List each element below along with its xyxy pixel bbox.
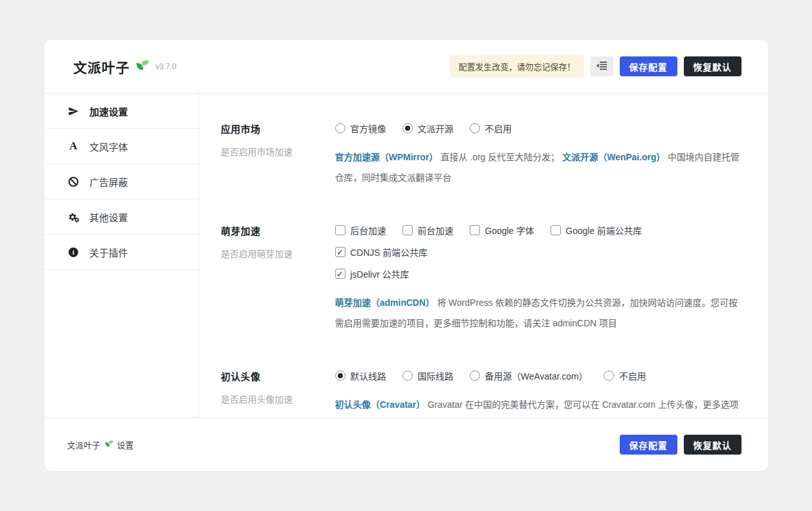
radio-icon-checked[interactable] bbox=[402, 123, 413, 133]
radio-label: 国际线路 bbox=[418, 369, 454, 382]
footer-actions: 保存配置 恢复默认 bbox=[620, 435, 742, 455]
checkbox-group-admincdn-row2: jsDelivr 公共库 bbox=[335, 267, 742, 280]
radio-icon[interactable] bbox=[402, 371, 413, 381]
radio-label: 官方镜像 bbox=[351, 122, 386, 135]
radio-option[interactable]: 不启用 bbox=[604, 369, 646, 382]
sidebar-item-label: 文风字体 bbox=[90, 140, 128, 153]
save-button[interactable]: 保存配置 bbox=[620, 56, 677, 76]
radio-label: 不启用 bbox=[619, 369, 646, 382]
radio-option[interactable]: 文派开源 bbox=[402, 122, 454, 135]
leaf-icon bbox=[104, 440, 113, 449]
checkbox-icon-checked[interactable] bbox=[335, 269, 345, 279]
section-description: 初认头像（Cravatar） Gravatar 在中国的完美替代方案，您可以在 … bbox=[335, 395, 742, 417]
section-label-col: 应用市场 是否启用市场加速 bbox=[221, 122, 335, 188]
sidebar-item-fonts[interactable]: A 文风字体 bbox=[44, 129, 199, 164]
radio-icon[interactable] bbox=[470, 123, 480, 133]
section-title: 萌芽加速 bbox=[221, 224, 335, 237]
section-subtitle: 是否启用市场加速 bbox=[221, 145, 335, 158]
save-button-footer[interactable]: 保存配置 bbox=[620, 435, 677, 455]
footer-brand-text: 文派叶子 bbox=[67, 439, 101, 451]
section-label-col: 初认头像 是否启用头像加速 bbox=[221, 369, 335, 417]
radio-option[interactable]: 国际线路 bbox=[402, 369, 454, 382]
radio-icon[interactable] bbox=[604, 371, 614, 381]
checkbox-option[interactable]: 后台加速 bbox=[335, 224, 386, 237]
footer-brand: 文派叶子 设置 bbox=[67, 439, 134, 451]
radio-icon[interactable] bbox=[470, 371, 480, 381]
sidebar-item-speed-settings[interactable]: 加速设置 bbox=[44, 94, 199, 129]
radio-group-app-market: 官方镜像 文派开源 不启用 bbox=[335, 122, 742, 135]
description-highlight: 萌芽加速（adminCDN） bbox=[335, 297, 435, 308]
leaf-icon bbox=[135, 60, 149, 73]
radio-icon[interactable] bbox=[335, 123, 345, 133]
checkbox-icon-checked[interactable] bbox=[335, 247, 345, 257]
checkbox-label: 后台加速 bbox=[351, 224, 386, 237]
radio-option[interactable]: 不启用 bbox=[470, 122, 512, 135]
header-actions: 配置发生改变，请勿忘记保存！ 保存配置 恢复默认 bbox=[450, 55, 741, 78]
settings-card: 文派叶子 v3.7.0 配置发生改变，请勿忘记保存！ bbox=[44, 40, 768, 471]
section-subtitle: 是否启用萌芽加速 bbox=[221, 247, 335, 260]
section-subtitle: 是否启用头像加速 bbox=[221, 392, 335, 405]
footer: 文派叶子 设置 保存配置 恢复默认 bbox=[44, 417, 768, 471]
radio-label: 文派开源 bbox=[418, 122, 454, 135]
brand: 文派叶子 v3.7.0 bbox=[74, 57, 177, 76]
checkbox-icon[interactable] bbox=[335, 225, 345, 235]
checkbox-option[interactable]: Google 字体 bbox=[470, 224, 534, 237]
radio-label: 不启用 bbox=[485, 122, 512, 135]
reset-button[interactable]: 恢复默认 bbox=[684, 56, 742, 76]
section-admincdn: 萌芽加速 是否启用萌芽加速 后台加速 前台加速 bbox=[221, 224, 742, 333]
radio-option[interactable]: 默认线路 bbox=[335, 369, 386, 382]
version-label: v3.7.0 bbox=[156, 62, 177, 71]
checkbox-label: CDNJS 前端公共库 bbox=[351, 246, 428, 258]
unsaved-changes-notice: 配置发生改变，请勿忘记保存！ bbox=[450, 55, 583, 78]
radio-option[interactable]: 备用源（WeAvatar.com） bbox=[470, 369, 588, 382]
reset-button-footer[interactable]: 恢复默认 bbox=[684, 435, 742, 455]
cogs-icon bbox=[67, 212, 80, 222]
radio-icon-checked[interactable] bbox=[335, 371, 345, 381]
description-highlight: 官方加速源（WPMirror） bbox=[335, 152, 438, 162]
checkbox-label: jsDelivr 公共库 bbox=[351, 267, 410, 280]
checkbox-label: Google 字体 bbox=[485, 224, 534, 237]
radio-label: 默认线路 bbox=[351, 369, 386, 382]
section-controls: 后台加速 前台加速 Google 字体 Google 前端公共库 bbox=[335, 224, 742, 333]
description-text: 直接从 .org 反代至大陆分发； bbox=[440, 152, 559, 162]
ban-icon bbox=[67, 176, 80, 187]
sidebar: 加速设置 A 文风字体 广告屏蔽 bbox=[44, 94, 199, 417]
checkbox-option[interactable]: CDNJS 前端公共库 bbox=[335, 246, 428, 258]
checkbox-option[interactable]: jsDelivr 公共库 bbox=[335, 267, 410, 280]
outdent-toggle-button[interactable] bbox=[590, 56, 613, 76]
radio-label: 备用源（WeAvatar.com） bbox=[485, 369, 588, 382]
footer-suffix-text: 设置 bbox=[117, 439, 134, 451]
radio-option[interactable]: 官方镜像 bbox=[335, 122, 386, 135]
outdent-icon bbox=[596, 62, 607, 72]
info-icon: i bbox=[67, 247, 80, 257]
radio-group-avatar: 默认线路 国际线路 备用源（WeAvatar.com） 不启用 bbox=[335, 369, 742, 382]
section-description: 萌芽加速（adminCDN） 将 WordPress 依赖的静态文件切换为公共资… bbox=[335, 293, 742, 333]
letter-a-icon: A bbox=[67, 140, 80, 153]
checkbox-label: 前台加速 bbox=[418, 224, 454, 237]
settings-content: 应用市场 是否启用市场加速 官方镜像 文派开源 bbox=[199, 94, 768, 417]
checkbox-label: Google 前端公共库 bbox=[566, 224, 642, 237]
main: 加速设置 A 文风字体 广告屏蔽 bbox=[44, 94, 768, 417]
section-label-col: 萌芽加速 是否启用萌芽加速 bbox=[221, 224, 335, 333]
sidebar-item-label: 加速设置 bbox=[90, 105, 128, 118]
app-title: 文派叶子 bbox=[74, 57, 130, 76]
checkbox-icon[interactable] bbox=[402, 225, 413, 235]
section-controls: 官方镜像 文派开源 不启用 官方加速源（WPMirror） 直 bbox=[335, 122, 742, 188]
checkbox-icon[interactable] bbox=[551, 225, 561, 235]
checkbox-option[interactable]: 前台加速 bbox=[402, 224, 454, 237]
checkbox-icon[interactable] bbox=[470, 225, 480, 235]
section-app-market: 应用市场 是否启用市场加速 官方镜像 文派开源 bbox=[221, 122, 742, 188]
checkbox-group-admincdn: 后台加速 前台加速 Google 字体 Google 前端公共库 bbox=[335, 224, 742, 258]
sidebar-item-label: 关于插件 bbox=[90, 246, 128, 259]
sidebar-item-label: 广告屏蔽 bbox=[90, 175, 128, 188]
section-title: 初认头像 bbox=[221, 369, 335, 383]
section-avatar: 初认头像 是否启用头像加速 默认线路 国际线路 bbox=[221, 369, 742, 417]
checkbox-option[interactable]: Google 前端公共库 bbox=[551, 224, 642, 237]
sidebar-item-about[interactable]: i 关于插件 bbox=[44, 235, 199, 270]
header: 文派叶子 v3.7.0 配置发生改变，请勿忘记保存！ bbox=[44, 40, 768, 94]
sidebar-item-other-settings[interactable]: 其他设置 bbox=[44, 199, 199, 235]
description-highlight: 初认头像（Cravatar） bbox=[335, 399, 426, 410]
description-highlight: 文派开源（WenPai.org） bbox=[562, 152, 665, 162]
section-title: 应用市场 bbox=[221, 122, 335, 135]
sidebar-item-ad-block[interactable]: 广告屏蔽 bbox=[44, 164, 199, 199]
